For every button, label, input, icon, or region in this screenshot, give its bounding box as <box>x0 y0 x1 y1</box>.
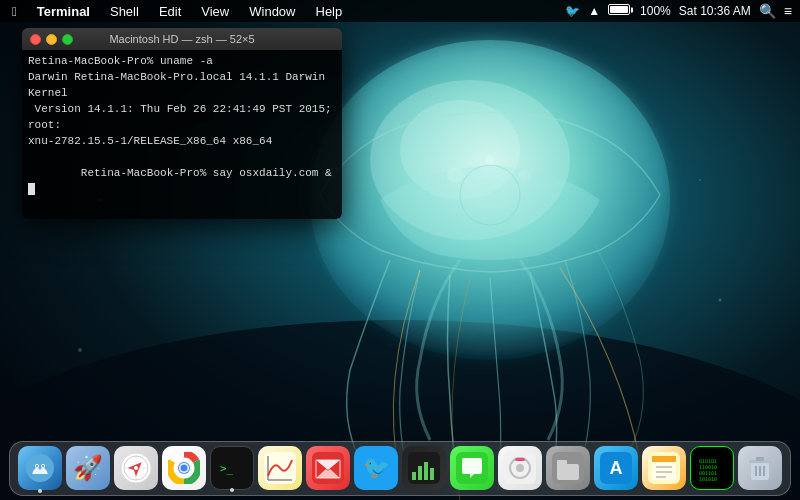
menu-window[interactable]: Window <box>245 4 299 19</box>
finder-active-dot <box>38 489 42 493</box>
dock-item-itunes[interactable] <box>498 446 542 490</box>
svg-point-10 <box>485 155 495 165</box>
close-button[interactable] <box>30 34 41 45</box>
battery-fill <box>610 6 628 13</box>
battery-percent: 100% <box>640 4 671 18</box>
battery-icon-container <box>608 4 632 18</box>
messages-icon <box>456 452 488 484</box>
terminal-cursor <box>28 183 35 195</box>
matrix-icon: 010101 110010 001101 101010 <box>696 452 728 484</box>
dock-item-terminal[interactable]: >_ <box>210 446 254 490</box>
svg-text:101010: 101010 <box>699 476 717 482</box>
dock-item-finder2[interactable] <box>546 446 590 490</box>
menubar-right: 🐦 ▲ 100% Sat 10:36 AM 🔍 ≡ <box>565 3 792 19</box>
svg-point-20 <box>42 465 44 467</box>
clock: Sat 10:36 AM <box>679 4 751 18</box>
dock-item-launchpad[interactable]: 🚀 <box>66 446 110 490</box>
svg-point-3 <box>330 50 650 330</box>
dock-item-grapher[interactable] <box>258 446 302 490</box>
trash-icon <box>744 452 776 484</box>
terminal-window: Macintosh HD — zsh — 52×5 Retina-MacBook… <box>22 28 342 219</box>
search-icon[interactable]: 🔍 <box>759 3 776 19</box>
terminal-body[interactable]: Retina-MacBook-Pro% uname -a Darwin Reti… <box>22 50 342 219</box>
dock-item-finder[interactable] <box>18 446 62 490</box>
terminal-line: Retina-MacBook-Pro% say osxdaily.com & <box>28 150 336 214</box>
djay-icon <box>408 452 440 484</box>
terminal-line: xnu-2782.15.5-1/RELEASE_X86_64 x86_64 <box>28 134 336 150</box>
dock-item-notes[interactable] <box>642 446 686 490</box>
dock-item-messages[interactable] <box>450 446 494 490</box>
svg-point-2 <box>310 40 670 360</box>
svg-rect-42 <box>418 466 422 480</box>
desktop:  Terminal Shell Edit View Window Help 🐦… <box>0 0 800 500</box>
svg-point-48 <box>516 464 524 472</box>
svg-point-15 <box>78 348 82 352</box>
maximize-button[interactable] <box>62 34 73 45</box>
dock-item-chrome[interactable] <box>162 446 206 490</box>
terminal-line: Retina-MacBook-Pro% uname -a <box>28 54 336 70</box>
launchpad-icon: 🚀 <box>73 454 103 482</box>
menu-view[interactable]: View <box>197 4 233 19</box>
terminal-titlebar: Macintosh HD — zsh — 52×5 <box>22 28 342 50</box>
svg-text:A: A <box>610 458 623 478</box>
terminal-icon: >_ <box>216 452 248 484</box>
svg-point-13 <box>719 299 722 302</box>
terminal-line: Version 14.1.1: Thu Feb 26 22:41:49 PST … <box>28 102 336 134</box>
dock-item-airmail[interactable] <box>306 446 350 490</box>
menubar:  Terminal Shell Edit View Window Help 🐦… <box>0 0 800 22</box>
terminal-active-dot <box>230 488 234 492</box>
svg-text:>_: >_ <box>220 462 234 475</box>
menu-shell[interactable]: Shell <box>106 4 143 19</box>
svg-point-6 <box>460 165 520 225</box>
svg-point-26 <box>134 466 138 470</box>
svg-rect-57 <box>652 456 676 462</box>
svg-point-7 <box>472 177 508 213</box>
safari-icon <box>120 452 152 484</box>
traffic-lights[interactable] <box>30 34 73 45</box>
dock-item-djay[interactable] <box>402 446 446 490</box>
apple-menu[interactable]:  <box>8 4 21 19</box>
svg-rect-49 <box>515 458 525 461</box>
svg-point-8 <box>447 167 463 183</box>
dock: 🚀 <box>9 441 791 496</box>
appstore-icon: A <box>600 452 632 484</box>
battery-icon <box>608 4 630 15</box>
twitter-status-icon: 🐦 <box>565 4 580 18</box>
svg-rect-52 <box>557 460 567 466</box>
terminal-title: Macintosh HD — zsh — 52×5 <box>109 33 254 45</box>
svg-point-14 <box>699 179 701 181</box>
svg-point-19 <box>36 465 38 467</box>
svg-rect-41 <box>412 472 416 480</box>
svg-point-30 <box>181 465 188 472</box>
dock-item-trash[interactable] <box>738 446 782 490</box>
grapher-icon <box>264 452 296 484</box>
svg-point-16 <box>26 454 54 482</box>
svg-rect-51 <box>557 464 579 480</box>
dock-item-safari[interactable] <box>114 446 158 490</box>
dock-item-appstore[interactable]: A <box>594 446 638 490</box>
svg-point-9 <box>519 169 531 181</box>
menu-help[interactable]: Help <box>312 4 347 19</box>
dock-item-matrix[interactable]: 010101 110010 001101 101010 <box>690 446 734 490</box>
minimize-button[interactable] <box>46 34 57 45</box>
menu-terminal[interactable]: Terminal <box>33 4 94 19</box>
dock-item-twitter[interactable]: 🐦 <box>354 446 398 490</box>
svg-point-4 <box>370 80 570 240</box>
menubar-left:  Terminal Shell Edit View Window Help <box>8 4 565 19</box>
itunes-icon <box>504 452 536 484</box>
svg-rect-43 <box>424 462 428 480</box>
finder-icon <box>24 452 56 484</box>
wifi-icon: ▲ <box>588 4 600 18</box>
svg-point-5 <box>400 100 520 200</box>
notes-icon <box>648 452 680 484</box>
chrome-icon <box>168 452 200 484</box>
hamburger-icon[interactable]: ≡ <box>784 3 792 19</box>
airmail-icon <box>312 452 344 484</box>
twitter-icon: 🐦 <box>363 455 390 481</box>
menu-edit[interactable]: Edit <box>155 4 185 19</box>
svg-rect-44 <box>430 468 434 480</box>
terminal-line: Darwin Retina-MacBook-Pro.local 14.1.1 D… <box>28 70 336 102</box>
svg-rect-68 <box>756 457 764 461</box>
finder2-icon <box>552 452 584 484</box>
